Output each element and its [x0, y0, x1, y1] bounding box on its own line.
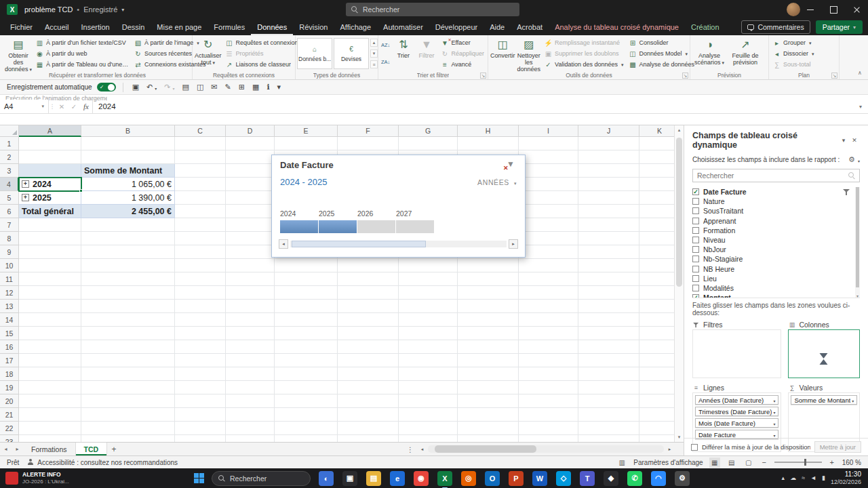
vertical-scrollbar[interactable]: ▴ ▾ [674, 125, 684, 442]
field-item-soustraitant[interactable]: SousTraitant [692, 206, 860, 216]
cell-E15[interactable] [275, 327, 338, 340]
edge-icon[interactable]: e [390, 471, 405, 486]
document-title[interactable]: problème TCD • Enregistré ▾ [24, 5, 124, 14]
cell-F21[interactable] [338, 408, 399, 422]
scroll-left-icon[interactable]: ◂ [418, 445, 427, 453]
cell-A7[interactable] [19, 218, 81, 232]
gallery-more-icon[interactable]: ≡ [370, 60, 378, 68]
cell-G18[interactable] [399, 367, 458, 381]
cell-A18[interactable] [19, 367, 81, 381]
defer-layout-checkbox[interactable] [691, 444, 698, 451]
cell-C12[interactable] [175, 286, 226, 300]
cell-G23[interactable] [399, 435, 458, 442]
cell-E21[interactable] [275, 408, 338, 422]
zoom-slider[interactable] [774, 462, 822, 463]
cell-D17[interactable] [226, 354, 275, 367]
insert-table-button[interactable]: ⊞ [237, 83, 247, 92]
expand-formula-bar-icon[interactable]: ▾ [853, 104, 868, 110]
borders-button[interactable]: ▦ [250, 83, 261, 92]
field-item-nb-stagiaire[interactable]: Nb-Stagiaire [692, 254, 860, 264]
cell-A3[interactable] [19, 164, 81, 178]
ribbon-button-reappliquer[interactable]: ↻Réappliquer [438, 49, 486, 59]
cell-D13[interactable] [226, 300, 275, 313]
timeline-scroll-track[interactable] [290, 241, 507, 247]
redo-button[interactable]: ↷ [162, 83, 176, 92]
cell-F20[interactable] [338, 394, 399, 408]
cell-A21[interactable] [19, 408, 81, 422]
start-button[interactable] [190, 470, 208, 487]
cell-J12[interactable] [578, 286, 639, 300]
ribbon-tab-affichage[interactable]: Affichage [334, 19, 377, 35]
cell-C15[interactable] [175, 327, 226, 340]
ribbon-button-nettoyer-les-donnees[interactable]: ▨Nettoyer les données [517, 37, 542, 70]
ribbon-tab-dessin[interactable]: Dessin [116, 19, 151, 35]
ribbon-button-consolider[interactable]: ⊞Consolider [626, 38, 696, 48]
cell-J6[interactable] [578, 205, 639, 218]
add-sheet-button[interactable]: + [107, 443, 121, 455]
cell-D12[interactable] [226, 286, 275, 300]
cell-C7[interactable] [175, 218, 226, 232]
cell-G10[interactable] [399, 259, 458, 272]
row-header-4[interactable]: 4 [0, 178, 19, 191]
cell-D3[interactable] [226, 164, 275, 178]
cell-H22[interactable] [458, 422, 519, 435]
ribbon-tab-creation[interactable]: Création [685, 19, 726, 35]
ribbon-tab-acrobat[interactable]: Acrobat [511, 19, 549, 35]
cell-B9[interactable] [81, 245, 175, 259]
cell-I21[interactable] [519, 408, 578, 422]
cell-D10[interactable] [226, 259, 275, 272]
cell-B5[interactable]: 1 390,00 € [81, 191, 175, 205]
horizontal-scroll-thumb[interactable] [435, 445, 536, 453]
cell-J1[interactable] [578, 137, 639, 150]
field-item-montant[interactable]: Montant [692, 293, 860, 298]
store-icon[interactable]: ◆ [604, 471, 618, 486]
onedrive-icon[interactable]: ☁ [790, 474, 796, 481]
cell-B10[interactable] [81, 259, 175, 272]
cell-B8[interactable] [81, 232, 175, 245]
cell-C1[interactable] [175, 137, 226, 150]
customize-toolbar-button[interactable]: ▾ [275, 83, 283, 92]
share-button[interactable]: Partager ▾ [816, 20, 863, 34]
cell-D5[interactable] [226, 191, 275, 205]
timeline-scroll-thumb[interactable] [292, 241, 426, 247]
cell-D18[interactable] [226, 367, 275, 381]
taskbar-search-input[interactable]: Rechercher [212, 471, 311, 486]
cell-I4[interactable] [519, 178, 578, 191]
cell-C8[interactable] [175, 232, 226, 245]
ribbon-button-donnees-model[interactable]: ◫Données Model [626, 49, 696, 59]
vertical-scroll-thumb[interactable] [676, 138, 682, 287]
ribbon-button-a-partir-de-tableau-ou-d-une-plage[interactable]: ▦À partir de Tableau ou d'une Plage [33, 60, 131, 70]
formula-input[interactable]: 2024 [92, 100, 853, 113]
ribbon-button-trier[interactable]: ⇅Trier [392, 37, 414, 70]
cell-J15[interactable] [578, 327, 639, 340]
cell-I12[interactable] [519, 286, 578, 300]
sheet-nav-left-icon[interactable]: ◂ [0, 443, 12, 455]
cell-A6[interactable]: Total général [19, 205, 81, 218]
cell-F13[interactable] [338, 300, 399, 313]
cell-B21[interactable] [81, 408, 175, 422]
scroll-up-icon[interactable]: ▴ [675, 125, 684, 135]
cell-H12[interactable] [458, 286, 519, 300]
cell-J8[interactable] [578, 232, 639, 245]
cell-H21[interactable] [458, 408, 519, 422]
cell-B17[interactable] [81, 354, 175, 367]
ribbon-button-actualiser-tout[interactable]: ↻Actualiser tout [194, 37, 222, 70]
ribbon-button-effacer[interactable]: ▼Effacer [438, 38, 486, 48]
cell-B19[interactable] [81, 381, 175, 394]
maximize-button[interactable] [822, 0, 845, 19]
scroll-right-icon[interactable]: ▸ [665, 445, 674, 453]
cell-G16[interactable] [399, 340, 458, 354]
cell-B23[interactable] [81, 435, 175, 442]
cell-G22[interactable] [399, 422, 458, 435]
cell-H11[interactable] [458, 272, 519, 286]
fields-search-input[interactable]: Rechercher [692, 169, 860, 182]
display-settings-label[interactable]: Paramètres d'affichage [633, 459, 703, 466]
cell-J16[interactable] [578, 340, 639, 354]
field-item-nb-heure[interactable]: NB Heure [692, 264, 860, 274]
cell-G20[interactable] [399, 394, 458, 408]
ribbon-button-requetes-et-connexions[interactable]: ◫Requêtes et connexions [223, 38, 304, 48]
cell-A11[interactable] [19, 272, 81, 286]
taskbar-clock[interactable]: 11:30 12/02/2026 [831, 470, 861, 486]
row-header-10[interactable]: 10 [0, 259, 19, 272]
field-checkbox-montant[interactable] [692, 294, 699, 298]
